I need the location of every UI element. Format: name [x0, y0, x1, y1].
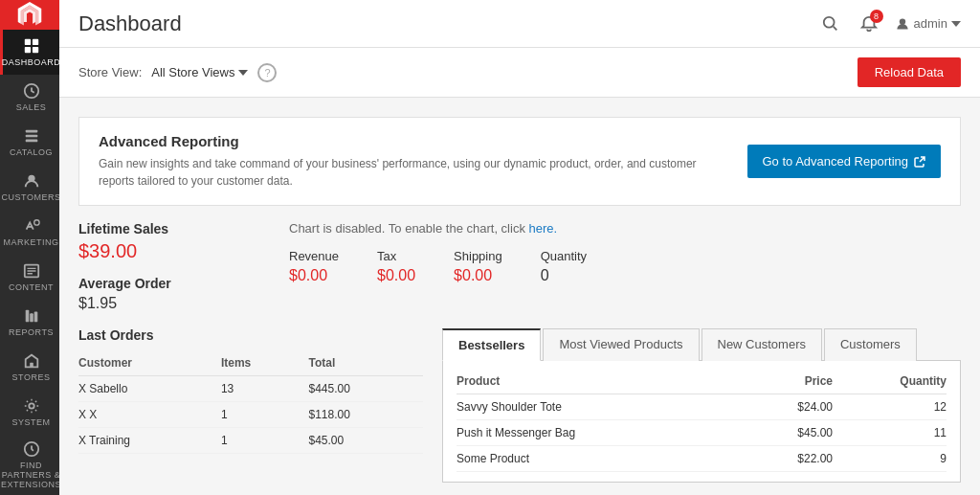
last-orders-table: Customer Items Total X Sabello 13 $445.0…: [78, 352, 423, 454]
svg-rect-13: [33, 312, 37, 323]
magento-logo[interactable]: [0, 0, 59, 30]
sidebar-item-content[interactable]: CONTENT: [0, 255, 59, 300]
sidebar-item-stores[interactable]: STORES: [0, 345, 59, 390]
sidebar-item-dashboard[interactable]: DASHBOARD: [0, 30, 59, 75]
tab-bestsellers[interactable]: Bestsellers: [442, 328, 541, 361]
svg-point-9: [33, 220, 38, 225]
store-view-select[interactable]: All Store Views: [151, 65, 248, 79]
svg-point-18: [899, 18, 904, 24]
sidebar-item-system[interactable]: SYSTEM: [0, 390, 59, 435]
order-total: $118.00: [308, 402, 423, 428]
avg-order-label: Average Order: [78, 276, 270, 291]
orders-col-customer: Customer: [78, 352, 221, 376]
quantity-value: 0: [541, 267, 587, 284]
store-view-chevron-icon: [238, 70, 248, 76]
bestseller-price: $24.00: [746, 394, 833, 420]
quantity-label: Quantity: [541, 249, 587, 263]
last-orders-section: Last Orders Customer Items Total X Sabel…: [78, 327, 423, 483]
sidebar-item-marketing-label: MARKETING: [4, 237, 59, 247]
help-icon-button[interactable]: ?: [257, 63, 277, 82]
shipping-label: Shipping: [454, 249, 502, 263]
svg-rect-2: [24, 47, 30, 53]
content-area: Store View: All Store Views ? Reload Dat…: [59, 48, 980, 495]
orders-col-total: Total: [308, 352, 423, 376]
revenue-label: Revenue: [289, 249, 339, 263]
bestsellers-col-product: Product: [457, 371, 746, 394]
order-items: 1: [221, 402, 309, 428]
admin-button[interactable]: admin: [895, 16, 961, 32]
advanced-reporting-description: Gain new insights and take command of yo…: [99, 155, 728, 190]
order-items: 1: [221, 428, 309, 454]
sidebar-item-sales[interactable]: SALES: [0, 75, 59, 120]
shipping-value: $0.00: [454, 267, 502, 284]
bestseller-quantity: 9: [833, 446, 947, 472]
tab-new-customers[interactable]: New Customers: [702, 328, 822, 361]
tabs-bar: Bestsellers Most Viewed Products New Cus…: [442, 327, 961, 361]
sidebar-item-find-partners[interactable]: FIND PARTNERS & EXTENSIONS: [0, 435, 59, 495]
sidebar-item-reports[interactable]: REPORTS: [0, 300, 59, 345]
store-view-selected: All Store Views: [151, 65, 234, 79]
sidebar-item-marketing[interactable]: MARKETING: [0, 210, 59, 255]
svg-rect-1: [32, 39, 37, 45]
notification-button[interactable]: 8: [857, 11, 881, 36]
order-total: $445.00: [308, 376, 423, 402]
tax-label: Tax: [377, 249, 415, 263]
advanced-reporting-section: Advanced Reporting Gain new insights and…: [78, 117, 961, 206]
search-button[interactable]: [818, 11, 843, 36]
table-row: X Sabello 13 $445.00: [78, 376, 423, 402]
sidebar-item-customers-label: CUSTOMERS: [2, 192, 59, 202]
page-title: Dashboard: [78, 11, 807, 36]
tabs-section: Bestsellers Most Viewed Products New Cus…: [442, 327, 961, 483]
svg-rect-6: [25, 135, 37, 138]
bottom-row: Last Orders Customer Items Total X Sabel…: [78, 327, 961, 483]
reload-data-button[interactable]: Reload Data: [858, 57, 961, 87]
svg-rect-12: [30, 313, 33, 322]
revenue-value: $0.00: [289, 267, 339, 284]
tax-value: $0.00: [377, 267, 415, 284]
sidebar-item-catalog-label: CATALOG: [10, 147, 53, 157]
bestsellers-col-price: Price: [746, 371, 833, 394]
order-total: $45.00: [308, 428, 423, 454]
svg-rect-7: [25, 140, 37, 143]
lifetime-sales-value: $39.00: [78, 240, 270, 262]
bestseller-price: $22.00: [746, 446, 833, 472]
admin-label: admin: [914, 16, 947, 31]
sidebar-item-content-label: CONTENT: [9, 282, 54, 292]
sidebar-bottom: FIND PARTNERS & EXTENSIONS: [0, 435, 59, 495]
stores-icon: [23, 352, 40, 370]
orders-col-items: Items: [221, 352, 309, 376]
svg-rect-0: [24, 39, 30, 45]
tax-metric: Tax $0.00: [377, 249, 415, 284]
content-icon: [23, 262, 40, 280]
order-items: 13: [221, 376, 309, 402]
dashboard-icon: [23, 37, 40, 55]
tab-customers[interactable]: Customers: [824, 328, 917, 361]
sidebar-item-reports-label: REPORTS: [9, 327, 54, 337]
catalog-icon: [23, 127, 40, 145]
sidebar-item-customers[interactable]: CUSTOMERS: [0, 165, 59, 210]
marketing-icon: [23, 217, 40, 235]
chart-enable-link[interactable]: here.: [529, 221, 558, 236]
magento-logo-icon: [16, 2, 43, 29]
chart-disabled-text: Chart is disabled. To enable the chart, …: [289, 221, 961, 236]
reports-icon: [23, 307, 40, 325]
sidebar-item-catalog[interactable]: CATALOG: [0, 120, 59, 165]
go-to-advanced-reporting-button[interactable]: Go to Advanced Reporting: [747, 145, 942, 178]
bestsellers-table: Product Price Quantity Savvy Shoulder To…: [457, 371, 947, 472]
last-orders-title: Last Orders: [78, 327, 423, 343]
svg-rect-11: [25, 310, 29, 323]
bestseller-product: Savvy Shoulder Tote: [457, 394, 746, 420]
left-stats: Lifetime Sales $39.00 Average Order $1.9…: [78, 221, 270, 312]
sidebar-item-find-partners-label: FIND PARTNERS & EXTENSIONS: [1, 461, 59, 489]
dashboard-body: Advanced Reporting Gain new insights and…: [59, 98, 980, 495]
header-icons: 8 admin: [818, 11, 961, 36]
stats-row: Lifetime Sales $39.00 Average Order $1.9…: [78, 221, 961, 312]
table-row: Push it Messenger Bag $45.00 11: [457, 420, 947, 446]
bestsellers-col-quantity: Quantity: [833, 371, 947, 394]
advanced-reporting-text: Advanced Reporting Gain new insights and…: [99, 133, 728, 190]
customers-icon: [23, 172, 40, 190]
notification-badge: 8: [870, 10, 883, 23]
order-customer: X Sabello: [78, 376, 221, 402]
tab-most-viewed[interactable]: Most Viewed Products: [543, 328, 699, 361]
external-link-icon: [914, 156, 925, 168]
